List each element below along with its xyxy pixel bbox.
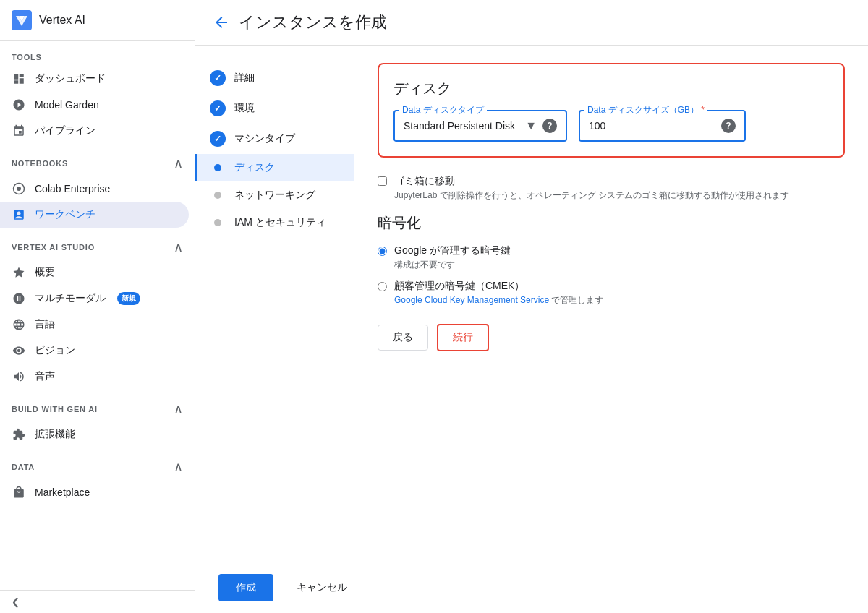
sidebar-item-model-garden[interactable]: Model Garden — [0, 92, 189, 118]
sidebar: Vertex AI TOOLS ダッシュボード Model Garden パイプ… — [0, 0, 195, 613]
colab-label: Colab Enterprise — [35, 183, 110, 194]
marketplace-label: Marketplace — [35, 486, 90, 498]
sidebar-item-language[interactable]: 言語 — [0, 312, 189, 338]
overview-icon — [12, 265, 26, 280]
step-iam-label: IAM とセキュリティ — [234, 216, 326, 229]
encryption-cmek-desc: Google Cloud Key Management Service で管理し… — [394, 294, 603, 306]
marketplace-icon — [12, 485, 26, 500]
disk-type-label: Data ディスクタイプ — [399, 104, 487, 116]
sidebar-item-marketplace[interactable]: Marketplace — [0, 479, 189, 505]
vertex-studio-chevron[interactable]: ∧ — [174, 239, 183, 255]
encryption-google-radio[interactable] — [378, 247, 387, 256]
step-networking-label: ネットワーキング — [234, 189, 315, 202]
disk-size-label: Data ディスクサイズ（GB） — [584, 104, 707, 116]
language-label: 言語 — [35, 318, 55, 331]
disk-type-dropdown-icon: ▼ — [525, 119, 537, 132]
tools-label: TOOLS — [12, 53, 42, 61]
sidebar-item-workbench[interactable]: ワークベンチ — [0, 202, 189, 228]
trash-checkbox[interactable] — [378, 176, 387, 186]
encryption-google-desc: 構成は不要です — [394, 259, 511, 271]
vertex-studio-section-header: VERTEX AI STUDIO ∧ — [0, 228, 195, 260]
vision-label: ビジョン — [35, 344, 75, 357]
model-garden-label: Model Garden — [35, 99, 99, 111]
step-machine-type-icon — [210, 131, 226, 147]
footer: 作成 キャンセル — [195, 562, 868, 613]
sidebar-item-pipeline[interactable]: パイプライン — [0, 118, 189, 144]
audio-icon — [12, 369, 26, 384]
disk-type-select[interactable]: Standard Persistent Disk SSD Persistent … — [404, 120, 519, 132]
disk-fields: Data ディスクタイプ Standard Persistent Disk SS… — [393, 110, 829, 142]
notebooks-label: NOTEBOOKS — [12, 159, 68, 168]
step-machine-type[interactable]: マシンタイプ — [195, 124, 354, 154]
encryption-google-managed: Google が管理する暗号鍵 構成は不要です — [378, 244, 845, 271]
disk-type-help-icon[interactable]: ? — [542, 119, 557, 133]
step-environment[interactable]: 環境 — [195, 93, 354, 124]
step-networking[interactable]: ネットワーキング — [195, 181, 354, 209]
sidebar-item-colab[interactable]: Colab Enterprise — [0, 176, 189, 202]
workbench-label: ワークベンチ — [35, 208, 95, 221]
multimodal-icon — [12, 291, 26, 306]
sidebar-item-vision[interactable]: ビジョン — [0, 338, 189, 364]
steps-panel: 詳細 環境 マシンタイプ ディスク ネットワーキング — [195, 46, 354, 562]
encryption-google-label-group: Google が管理する暗号鍵 構成は不要です — [394, 244, 511, 271]
content-panel: ディスク Data ディスクタイプ Standard Persistent Di… — [354, 46, 868, 562]
collapse-icon: ❮ — [12, 596, 20, 607]
disk-card: ディスク Data ディスクタイプ Standard Persistent Di… — [378, 63, 845, 158]
disk-size-help-icon[interactable]: ? — [721, 119, 736, 133]
step-disk-icon — [210, 164, 226, 171]
pipeline-icon — [12, 124, 26, 138]
vision-icon — [12, 343, 26, 358]
step-iam-security[interactable]: IAM とセキュリティ — [195, 209, 354, 236]
action-buttons: 戻る 続行 — [378, 324, 845, 351]
language-icon — [12, 317, 26, 332]
cmek-link[interactable]: Google Cloud Key Management Service — [394, 295, 549, 305]
extensions-icon — [12, 427, 26, 442]
multimodal-badge: 新規 — [117, 292, 140, 305]
create-button[interactable]: 作成 — [218, 574, 273, 601]
disk-type-field: Data ディスクタイプ Standard Persistent Disk SS… — [393, 110, 567, 142]
vertex-studio-label: VERTEX AI STUDIO — [12, 243, 95, 252]
encryption-google-label[interactable]: Google が管理する暗号鍵 — [394, 244, 511, 256]
sidebar-item-overview[interactable]: 概要 — [0, 260, 189, 286]
trash-checkbox-row: ゴミ箱に移動 JupyterLab で削除操作を行うと、オペレーティング システ… — [378, 175, 845, 202]
notebooks-section-header: NOTEBOOKS ∧ — [0, 144, 195, 176]
sidebar-item-multimodal[interactable]: マルチモーダル 新規 — [0, 286, 189, 312]
data-chevron[interactable]: ∧ — [174, 459, 183, 475]
sidebar-item-dashboard[interactable]: ダッシュボード — [0, 66, 189, 92]
page-header: インスタンスを作成 — [195, 0, 868, 46]
encryption-radio-group: Google が管理する暗号鍵 構成は不要です 顧客管理の暗号鍵（CMEK） G… — [378, 244, 845, 306]
back-button[interactable] — [213, 14, 230, 31]
encryption-cmek-label[interactable]: 顧客管理の暗号鍵（CMEK） — [394, 280, 524, 291]
sidebar-collapse-btn[interactable]: ❮ — [0, 590, 195, 613]
encryption-section-title: 暗号化 — [378, 213, 845, 233]
workbench-icon — [12, 207, 26, 222]
sidebar-header: Vertex AI — [0, 0, 195, 41]
step-environment-icon — [210, 100, 226, 116]
extensions-label: 拡張機能 — [35, 428, 75, 441]
cancel-button[interactable]: キャンセル — [285, 574, 359, 601]
notebooks-chevron[interactable]: ∧ — [174, 155, 183, 171]
continue-button[interactable]: 続行 — [437, 324, 489, 351]
disk-section-title: ディスク — [393, 79, 829, 98]
pipeline-label: パイプライン — [35, 124, 95, 137]
page-title: インスタンスを作成 — [239, 12, 387, 33]
data-section-header: DATA ∧ — [0, 447, 195, 479]
step-iam-icon — [210, 219, 226, 226]
sidebar-item-audio[interactable]: 音声 — [0, 364, 189, 390]
disk-size-input[interactable] — [589, 120, 715, 132]
back-action-button[interactable]: 戻る — [378, 325, 428, 351]
encryption-cmek-radio[interactable] — [378, 282, 387, 291]
dashboard-label: ダッシュボード — [35, 72, 106, 85]
step-disk[interactable]: ディスク — [195, 154, 354, 181]
step-details-label: 詳細 — [234, 72, 255, 85]
sidebar-item-extensions[interactable]: 拡張機能 — [0, 421, 189, 447]
model-garden-icon — [12, 98, 26, 112]
trash-checkbox-desc: JupyterLab で削除操作を行うと、オペレーティング システムのゴミ箱に移… — [394, 189, 789, 202]
build-chevron[interactable]: ∧ — [174, 401, 183, 417]
step-details[interactable]: 詳細 — [195, 63, 354, 93]
dashboard-icon — [12, 72, 26, 86]
trash-checkbox-label[interactable]: ゴミ箱に移動 — [394, 175, 455, 187]
colab-icon — [12, 181, 26, 196]
step-machine-type-label: マシンタイプ — [234, 132, 295, 145]
step-networking-icon — [210, 192, 226, 199]
